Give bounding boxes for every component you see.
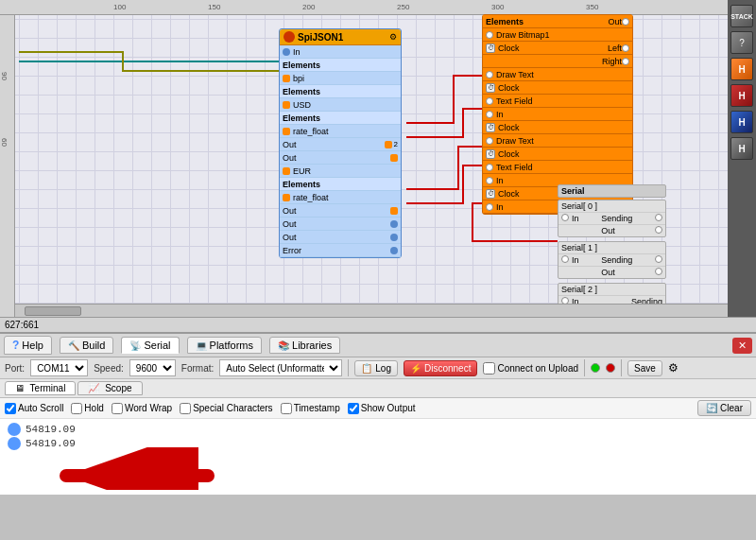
hold-label: Hold xyxy=(84,403,104,413)
serial-header: Serial xyxy=(558,184,666,198)
auto-scroll-checkbox[interactable] xyxy=(5,403,16,414)
pin-error-right[interactable] xyxy=(390,247,398,254)
sm-tab-terminal[interactable]: 🖥 Terminal xyxy=(5,381,76,395)
sidebar-btn-5[interactable]: H xyxy=(730,137,753,160)
speed-select[interactable]: 9600 xyxy=(129,359,176,376)
tab-platforms-label: Platforms xyxy=(210,340,253,351)
format-select[interactable]: Auto Select (Unformatted... xyxy=(219,359,342,376)
pin-usd[interactable] xyxy=(283,101,290,109)
timestamp-checkbox[interactable] xyxy=(281,403,292,414)
pin-rate-float-1[interactable] xyxy=(283,128,290,135)
settings-icon[interactable]: ⚙ xyxy=(668,361,679,375)
node-row-elements4: Elements xyxy=(280,178,401,191)
orange-pin-right[interactable] xyxy=(622,58,629,65)
build-icon: 🔨 xyxy=(68,340,79,351)
monitor-output[interactable]: 54819.09 54819.09 xyxy=(0,419,756,495)
ruler-top: 100 150 200 250 300 350 xyxy=(0,0,756,15)
led-red xyxy=(606,363,615,373)
pin-out-3-right[interactable] xyxy=(390,207,398,215)
scope-tab-icon: 📈 xyxy=(88,383,99,393)
orange-row-clock2: ⏱ Clock xyxy=(483,81,632,95)
orange-pin-drawtext2[interactable] xyxy=(486,137,493,145)
pin-rate-float-2[interactable] xyxy=(283,194,290,201)
disconnect-btn[interactable]: ⚡ Disconnect xyxy=(404,360,477,376)
word-wrap-checkbox[interactable] xyxy=(112,403,123,414)
tab-build[interactable]: 🔨 Build xyxy=(60,337,113,354)
sidebar-btn-3[interactable]: H xyxy=(730,84,753,107)
pin-bpi[interactable] xyxy=(283,75,290,82)
save-btn[interactable]: Save xyxy=(627,360,662,376)
orange-pin-in1[interactable] xyxy=(486,111,493,118)
sidebar-btn-stack[interactable]: STACK xyxy=(730,5,753,27)
monitor-icon-2 xyxy=(8,437,21,450)
tab-libraries[interactable]: 📚 Libraries xyxy=(269,337,340,354)
pin-out-2-right[interactable] xyxy=(390,154,398,162)
orange-pin-left[interactable] xyxy=(622,44,629,52)
pin-out-4-right[interactable] xyxy=(390,220,398,228)
disconnect-icon: ⚡ xyxy=(410,363,421,374)
spijson-node[interactable]: SpiJSON1 ⚙ In Elements bpi Elements USD … xyxy=(279,28,402,258)
timestamp-option: Timestamp xyxy=(281,403,340,414)
tab-serial[interactable]: 📡 Serial xyxy=(121,337,179,354)
serial-node-0: Serial[ 0 ] In Sending Out xyxy=(558,200,666,237)
port-select[interactable]: COM11 xyxy=(30,359,88,376)
sidebar-btn-4[interactable]: H xyxy=(730,111,753,133)
clear-icon: 🔄 xyxy=(706,403,717,413)
orange-row-clock4: ⏱ Clock xyxy=(483,148,632,161)
save-label: Save xyxy=(634,363,656,374)
log-btn[interactable]: 📋 Log xyxy=(354,360,398,376)
node-row-out-5: Out xyxy=(280,231,401,244)
canvas-area[interactable]: 100 150 200 250 300 350 90 60 SpiJSON1 ⚙ xyxy=(0,0,756,317)
node-row-elements3: Elements xyxy=(280,112,401,125)
panel-close-btn[interactable]: ✕ xyxy=(732,338,752,354)
clear-btn[interactable]: 🔄 Clear xyxy=(697,400,751,416)
hold-option: Hold xyxy=(71,403,104,414)
orange-pin-in2[interactable] xyxy=(486,177,493,184)
disconnect-label: Disconnect xyxy=(424,363,471,374)
format-label: Format: xyxy=(181,363,214,374)
sidebar-btn-2[interactable]: H xyxy=(730,58,753,80)
pin-out-1-right[interactable] xyxy=(385,141,392,148)
tab-help[interactable]: ? Help xyxy=(4,336,52,355)
tab-platforms[interactable]: 💻 Platforms xyxy=(187,337,262,354)
tab-bar: ? Help 🔨 Build 📡 Serial 💻 Platforms 📚 Li… xyxy=(0,334,756,357)
scrollbar-horizontal[interactable] xyxy=(15,304,728,317)
show-output-checkbox[interactable] xyxy=(348,403,359,414)
node-row-eur: EUR xyxy=(280,165,401,178)
timestamp-label: Timestamp xyxy=(294,403,340,413)
orange-row-clock3: ⏱ Clock xyxy=(483,121,632,134)
orange-pin-out[interactable] xyxy=(622,18,629,26)
orange-row-right: Right xyxy=(483,55,632,68)
sidebar-btn-1[interactable]: ? xyxy=(730,31,753,54)
terminal-tab-icon: 🖥 xyxy=(15,383,25,393)
show-output-option: Show Output xyxy=(348,403,416,414)
orange-pin-drawbitmap[interactable] xyxy=(486,31,493,39)
orange-pin-textfield2[interactable] xyxy=(486,164,493,171)
node-settings-icon[interactable]: ⚙ xyxy=(389,32,397,42)
toolbar-row: Port: COM11 Speed: 9600 Format: Auto Sel… xyxy=(0,357,756,379)
scrollbar-thumb[interactable] xyxy=(25,306,81,316)
connect-on-upload-checkbox[interactable] xyxy=(483,362,495,375)
pin-in-left[interactable] xyxy=(283,48,290,56)
monitor-line-1: 54819.09 xyxy=(8,423,748,436)
clock-icon-2: ⏱ xyxy=(486,83,495,93)
orange-pin-drawtext1[interactable] xyxy=(486,71,493,78)
sm-tab-scope[interactable]: 📈 Scope xyxy=(77,381,142,395)
node-row-rate-float-1: rate_float xyxy=(280,125,401,138)
orange-pin-in3[interactable] xyxy=(486,203,493,211)
terminal-tab-label: Terminal xyxy=(30,383,66,393)
special-chars-checkbox[interactable] xyxy=(180,403,191,414)
tab-help-label: Help xyxy=(22,340,43,351)
node-row-rate-float-2: rate_float xyxy=(280,191,401,204)
pin-eur[interactable] xyxy=(283,167,290,175)
node-title: SpiJSON1 xyxy=(298,32,343,43)
node-row-error: Error xyxy=(280,244,401,257)
coordinates-bar: 627:661 xyxy=(0,317,756,332)
connect-on-upload-text: Connect on Upload xyxy=(497,363,578,374)
pin-out-5-right[interactable] xyxy=(390,234,398,241)
node-row-out-4: Out xyxy=(280,218,401,231)
orange-pin-textfield1[interactable] xyxy=(486,97,493,105)
connect-on-upload-label: Connect on Upload xyxy=(483,362,578,375)
hold-checkbox[interactable] xyxy=(71,403,82,414)
speed-label: Speed: xyxy=(94,363,124,374)
